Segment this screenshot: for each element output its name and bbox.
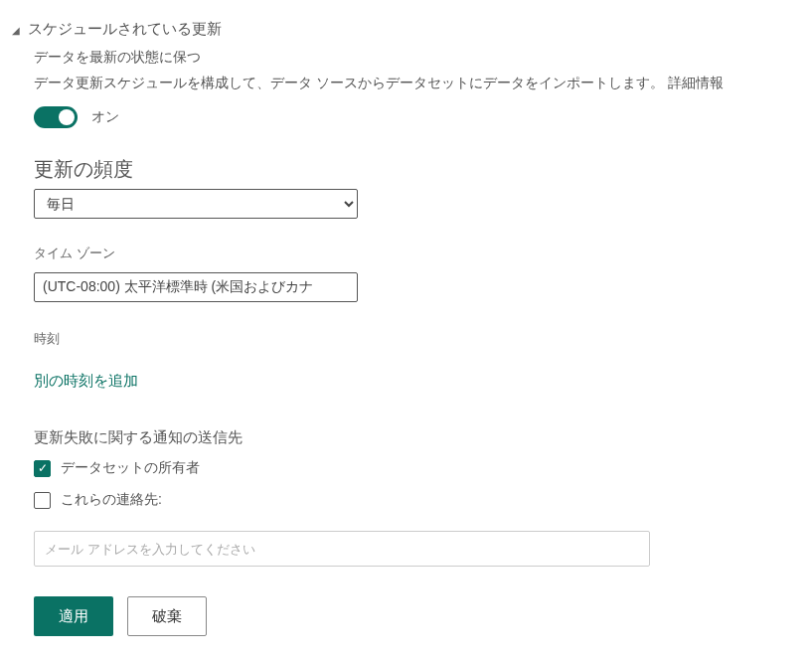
section-title: スケジュールされている更新 xyxy=(28,20,222,39)
expand-icon[interactable]: ◢ xyxy=(12,25,20,36)
owner-checkbox[interactable]: ✓ xyxy=(34,460,51,477)
more-info-link[interactable]: 詳細情報 xyxy=(668,75,724,90)
description-text: データ更新スケジュールを構成して、データ ソースからデータセットにデータをインポ… xyxy=(34,75,664,90)
contacts-checkbox-label: これらの連絡先: xyxy=(61,491,162,509)
apply-button[interactable]: 適用 xyxy=(34,596,113,636)
timezone-label: タイム ゾーン xyxy=(34,245,812,262)
add-time-link[interactable]: 別の時刻を追加 xyxy=(34,372,138,391)
time-label: 時刻 xyxy=(34,330,812,348)
section-description: データ更新スケジュールを構成して、データ ソースからデータセットにデータをインポ… xyxy=(34,75,812,92)
toggle-label: オン xyxy=(91,108,119,126)
frequency-heading: 更新の頻度 xyxy=(34,156,812,183)
section-subtitle: データを最新の状態に保つ xyxy=(34,49,812,67)
owner-checkbox-label: データセットの所有者 xyxy=(61,459,200,477)
notify-heading: 更新失敗に関する通知の送信先 xyxy=(34,428,812,447)
discard-button[interactable]: 破棄 xyxy=(127,596,207,636)
email-input[interactable] xyxy=(34,531,650,567)
toggle-knob xyxy=(59,109,75,125)
frequency-select[interactable]: 毎日 毎週 xyxy=(34,189,358,219)
contacts-checkbox[interactable] xyxy=(34,492,51,509)
schedule-toggle[interactable] xyxy=(34,106,78,128)
timezone-value: (UTC-08:00) 太平洋標準時 (米国およびカナ xyxy=(43,278,313,296)
timezone-select[interactable]: (UTC-08:00) 太平洋標準時 (米国およびカナ xyxy=(34,272,358,302)
